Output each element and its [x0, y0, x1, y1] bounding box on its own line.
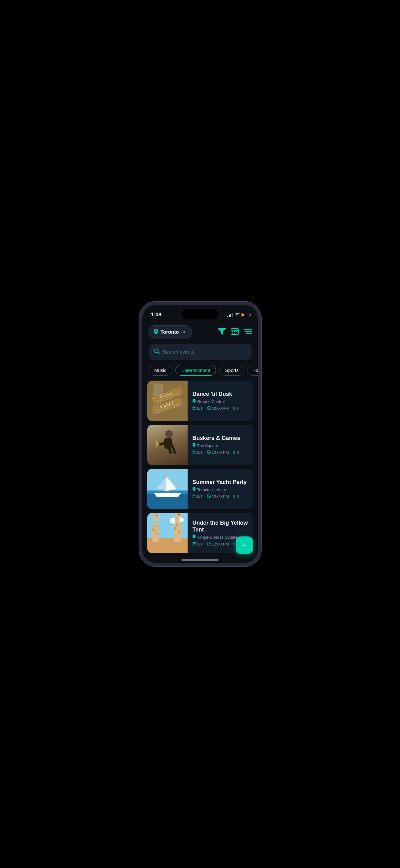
event-image-2 [147, 425, 188, 465]
event-title-3: Summer Yacht Party [193, 479, 249, 486]
search-placeholder[interactable]: Search events [163, 349, 194, 355]
category-chip-sports[interactable]: Sports [219, 365, 244, 376]
date-value-3: 6/1 [197, 494, 203, 499]
event-time-1: 10:00 AM [207, 406, 229, 411]
add-event-fab[interactable]: + [236, 536, 253, 554]
location-selector[interactable]: Toronto ▼ [148, 326, 192, 339]
location-name: Toronto [161, 330, 179, 335]
venue-name-2: The Square [197, 443, 218, 448]
app-content[interactable]: Toronto ▼ [142, 320, 258, 563]
calendar-icon[interactable] [231, 328, 239, 337]
phone-frame: 1:08 [139, 302, 261, 566]
event-meta-1: 6/1 10:00 AM $ 0 [193, 406, 249, 411]
header-actions [218, 328, 252, 337]
status-time: 1:08 [151, 312, 162, 318]
svg-rect-36 [193, 495, 196, 498]
svg-line-55 [156, 513, 157, 514]
event-info-1: Dance 'til Dusk Ground Control [188, 381, 253, 421]
price-value-2: 0 [237, 450, 239, 455]
svg-point-52 [154, 525, 156, 527]
svg-line-42 [209, 496, 209, 497]
add-icon: + [241, 541, 246, 550]
category-chip-holiday[interactable]: Holiday [247, 365, 258, 376]
event-time-3: 12:00 PM [207, 494, 229, 499]
menu-icon[interactable] [244, 328, 252, 336]
event-meta-2: 6/1 12:00 PM $ 0 [193, 450, 249, 455]
trumpet-image [147, 425, 188, 465]
event-meta-3: 6/1 12:00 PM $ 0 [193, 494, 249, 499]
signal-bars-icon [227, 313, 233, 317]
svg-point-53 [156, 515, 157, 516]
date-value-4: 6/1 [197, 542, 203, 547]
header: Toronto ▼ [142, 323, 258, 343]
event-card-1[interactable]: TICKET KEEP THIS COUPON TICKET KEEP THIS… [147, 381, 253, 421]
price-icon-1: $ [233, 406, 235, 411]
svg-point-61 [176, 523, 178, 526]
venue-name-4: Yonge-Dundas Square [197, 535, 238, 539]
event-date-3: 6/1 [193, 494, 203, 499]
date-icon-4 [193, 542, 196, 546]
price-value-3: 0 [237, 494, 239, 499]
signal-bar-3 [230, 314, 231, 317]
svg-line-31 [209, 452, 209, 453]
svg-rect-25 [193, 451, 196, 454]
category-chip-entertainment[interactable]: Entertainment [175, 365, 216, 376]
event-title-2: Buskers & Games [193, 435, 249, 442]
filter-icon[interactable] [218, 328, 226, 337]
event-time-2: 12:00 PM [207, 450, 229, 455]
time-value-3: 12:00 PM [212, 494, 229, 499]
category-chip-music[interactable]: Music [148, 365, 172, 376]
svg-rect-4 [232, 333, 233, 334]
price-icon-4: $ [233, 542, 235, 547]
date-icon-1 [193, 406, 196, 410]
svg-rect-65 [193, 542, 196, 546]
event-title-4: Under the Big Yellow Tent [193, 520, 249, 533]
date-icon-3 [193, 495, 196, 499]
price-icon-3: $ [233, 495, 235, 499]
battery-fill [242, 314, 244, 316]
svg-line-22 [172, 445, 175, 453]
venue-pin-icon-3 [193, 487, 196, 492]
wifi-icon [235, 313, 240, 317]
svg-rect-11 [193, 407, 196, 410]
venue-pin-icon-2 [193, 443, 196, 448]
event-image-4 [147, 513, 188, 553]
time-icon-2 [207, 451, 210, 455]
time-icon-3 [207, 495, 210, 499]
date-value-1: 6/1 [197, 406, 203, 411]
event-venue-3: Toronto Harbour [193, 487, 249, 492]
date-icon-2 [193, 451, 196, 455]
phone-inner: 1:08 [142, 305, 258, 563]
event-card-2[interactable]: Buskers & Games The Square [147, 425, 253, 465]
date-value-2: 6/1 [197, 450, 203, 455]
time-value-1: 10:00 AM [212, 406, 229, 411]
venue-name-3: Toronto Harbour [197, 487, 226, 492]
venue-name-1: Ground Control [197, 399, 225, 404]
event-card-3[interactable]: Summer Yacht Party Toronto Harbour [147, 469, 253, 509]
time-icon-4 [207, 542, 210, 546]
location-pin-icon [154, 329, 158, 336]
event-image-3 [147, 469, 188, 509]
event-info-2: Buskers & Games The Square [188, 425, 253, 465]
svg-rect-3 [236, 331, 237, 332]
event-price-2: $ 0 [233, 450, 239, 455]
status-icons [227, 313, 249, 317]
time-icon-1 [207, 406, 210, 410]
svg-point-59 [174, 527, 176, 530]
time-value-2: 12:00 PM [212, 450, 229, 455]
svg-rect-1 [232, 331, 233, 332]
svg-point-18 [165, 430, 173, 438]
signal-bar-1 [227, 316, 228, 317]
search-icon [154, 348, 160, 355]
time-value-4: 12:00 PM [212, 542, 229, 547]
venue-pin-icon-4 [193, 535, 196, 539]
venue-pin-icon-1 [193, 399, 196, 404]
event-venue-2: The Square [193, 443, 249, 448]
search-bar[interactable]: Search events [148, 344, 252, 360]
event-date-4: 6/1 [193, 542, 203, 547]
svg-rect-2 [234, 331, 235, 332]
yacht-image [147, 469, 188, 509]
event-price-1: $ 0 [233, 406, 239, 411]
event-time-4: 12:00 PM [207, 542, 229, 547]
dropdown-arrow-icon: ▼ [182, 331, 186, 334]
